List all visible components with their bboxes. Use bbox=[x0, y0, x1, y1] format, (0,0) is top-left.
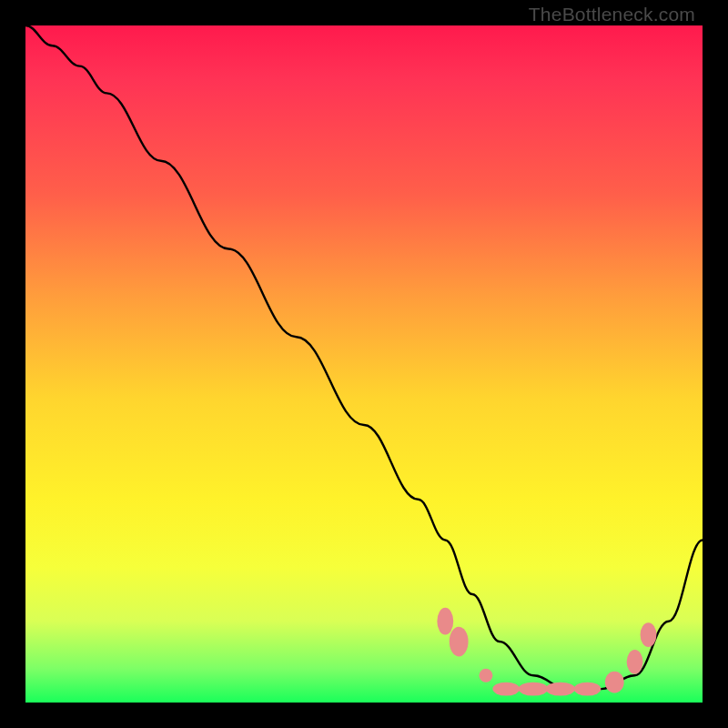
marker-dot bbox=[492, 682, 520, 696]
curve-series bbox=[25, 25, 703, 689]
chart-frame: TheBottleneck.com bbox=[0, 0, 728, 728]
marker-group bbox=[437, 608, 656, 696]
marker-dot bbox=[574, 682, 602, 696]
marker-dot bbox=[479, 669, 492, 682]
marker-dot bbox=[545, 682, 575, 696]
chart-overlay-svg bbox=[25, 25, 703, 703]
watermark-text: TheBottleneck.com bbox=[529, 4, 695, 25]
marker-dot bbox=[437, 608, 453, 635]
marker-dot bbox=[450, 627, 469, 657]
marker-dot bbox=[605, 672, 624, 693]
marker-dot bbox=[627, 650, 643, 674]
marker-dot bbox=[641, 622, 657, 647]
marker-dot bbox=[519, 682, 549, 696]
